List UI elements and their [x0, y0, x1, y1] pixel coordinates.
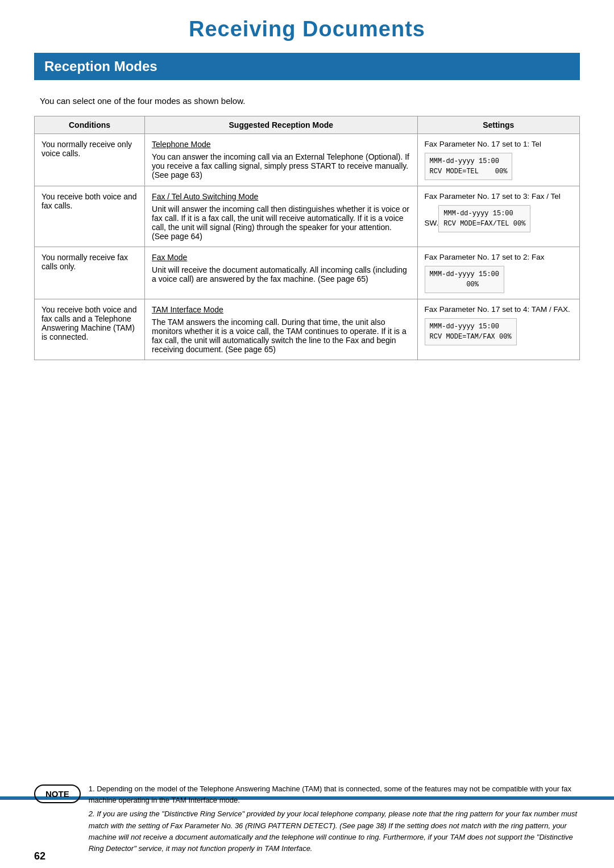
- lcd-box-3: MMM-dd-yyyy 15:00 RCV MODE=TAM/FAX 00%: [425, 318, 517, 345]
- table-row-mode-3: TAM Interface ModeThe TAM answers the in…: [145, 299, 418, 360]
- lcd-box-2: MMM-dd-yyyy 15:00 00%: [425, 266, 504, 293]
- mode-desc-3: The TAM answers the incoming call. Durin…: [152, 318, 406, 354]
- section-header: Reception Modes: [34, 53, 580, 80]
- table-row-settings-3: Fax Parameter No. 17 set to 4: TAM / FAX…: [417, 299, 579, 360]
- page-title: Receiving Documents: [34, 0, 580, 53]
- mode-desc-1: Unit will answer the incoming call then …: [152, 205, 409, 241]
- settings-text-3: Fax Parameter No. 17 set to 4: TAM / FAX…: [425, 305, 570, 314]
- table-row-settings-1: Fax Parameter No. 17 set to 3: Fax / Tel…: [417, 186, 579, 247]
- table-row-settings-0: Fax Parameter No. 17 set to 1: TelMMM-dd…: [417, 134, 579, 186]
- mode-desc-0: You can answer the incoming call via an …: [152, 152, 409, 180]
- col-header-conditions: Conditions: [35, 116, 145, 134]
- note-item-1: 2. If you are using the "Distinctive Rin…: [89, 808, 580, 854]
- intro-text: You can select one of the four modes as …: [40, 96, 580, 106]
- table-row-mode-1: Fax / Tel Auto Switching ModeUnit will a…: [145, 186, 418, 247]
- reception-modes-table: Conditions Suggested Reception Mode Sett…: [34, 116, 580, 360]
- table-row-mode-0: Telephone ModeYou can answer the incomin…: [145, 134, 418, 186]
- col-header-mode: Suggested Reception Mode: [145, 116, 418, 134]
- mode-desc-2: Unit will receive the document automatic…: [152, 265, 407, 283]
- table-row-conditions-1: You receive both voice and fax calls.: [35, 186, 145, 247]
- page-number: 62: [34, 850, 45, 862]
- note-section: NOTE 1. Depending on the model of the Te…: [34, 783, 580, 857]
- table-row-conditions-3: You receive both voice and fax calls and…: [35, 299, 145, 360]
- col-header-settings: Settings: [417, 116, 579, 134]
- mode-name-0: Telephone Mode: [152, 140, 410, 149]
- lcd-box-1: MMM-dd-yyyy 15:00 RCV MODE=FAX/TEL 00%: [438, 205, 530, 232]
- table-row-conditions-0: You normally receive only voice calls.: [35, 134, 145, 186]
- table-row-conditions-2: You normally receive fax calls only.: [35, 247, 145, 299]
- note-label: NOTE: [34, 784, 81, 803]
- note-item-0: 1. Depending on the model of the Telepho…: [89, 783, 580, 806]
- table-row-mode-2: Fax ModeUnit will receive the document a…: [145, 247, 418, 299]
- note-text: 1. Depending on the model of the Telepho…: [89, 783, 580, 857]
- mode-name-1: Fax / Tel Auto Switching Mode: [152, 192, 410, 201]
- lcd-box-0: MMM-dd-yyyy 15:00 RCV MODE=TEL 00%: [425, 153, 513, 180]
- settings-text-0: Fax Parameter No. 17 set to 1: Tel: [425, 140, 541, 148]
- mode-name-3: TAM Interface Mode: [152, 305, 410, 314]
- settings-text-2: Fax Parameter No. 17 set to 2: Fax: [425, 253, 545, 261]
- table-row-settings-2: Fax Parameter No. 17 set to 2: FaxMMM-dd…: [417, 247, 579, 299]
- mode-name-2: Fax Mode: [152, 253, 410, 262]
